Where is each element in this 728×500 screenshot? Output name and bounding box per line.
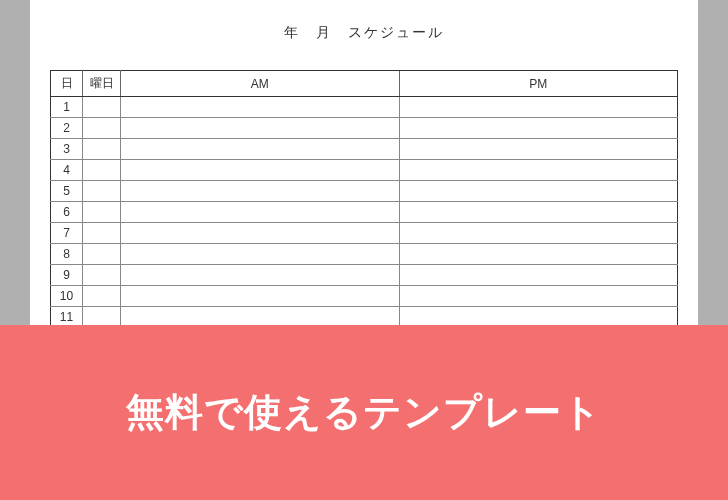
- cell-weekday: [83, 160, 121, 181]
- cell-pm: [399, 223, 678, 244]
- page-title: 年 月 スケジュール: [50, 24, 678, 42]
- header-am: AM: [121, 71, 400, 97]
- cell-pm: [399, 286, 678, 307]
- cell-weekday: [83, 265, 121, 286]
- header-weekday: 曜日: [83, 71, 121, 97]
- cell-day: 8: [51, 244, 83, 265]
- table-row: 6: [51, 202, 678, 223]
- cell-pm: [399, 118, 678, 139]
- cell-weekday: [83, 223, 121, 244]
- schedule-table: 日 曜日 AM PM 1 2 3: [50, 70, 678, 328]
- cell-am: [121, 223, 400, 244]
- cell-day: 5: [51, 181, 83, 202]
- cell-pm: [399, 202, 678, 223]
- cell-am: [121, 265, 400, 286]
- table-row: 5: [51, 181, 678, 202]
- table-row: 4: [51, 160, 678, 181]
- table-header-row: 日 曜日 AM PM: [51, 71, 678, 97]
- header-pm: PM: [399, 71, 678, 97]
- cell-weekday: [83, 286, 121, 307]
- cell-weekday: [83, 139, 121, 160]
- cell-weekday: [83, 181, 121, 202]
- table-body: 1 2 3 4: [51, 97, 678, 328]
- cell-pm: [399, 160, 678, 181]
- cell-pm: [399, 244, 678, 265]
- cell-pm: [399, 97, 678, 118]
- cell-am: [121, 139, 400, 160]
- cell-am: [121, 244, 400, 265]
- cell-pm: [399, 265, 678, 286]
- table-row: 7: [51, 223, 678, 244]
- table-row: 8: [51, 244, 678, 265]
- cell-day: 6: [51, 202, 83, 223]
- cell-day: 3: [51, 139, 83, 160]
- cell-am: [121, 286, 400, 307]
- table-row: 3: [51, 139, 678, 160]
- cell-day: 10: [51, 286, 83, 307]
- cell-day: 7: [51, 223, 83, 244]
- cell-day: 1: [51, 97, 83, 118]
- banner-text: 無料で使えるテンプレート: [126, 387, 602, 438]
- cell-am: [121, 202, 400, 223]
- table-row: 9: [51, 265, 678, 286]
- cell-am: [121, 181, 400, 202]
- cell-day: 4: [51, 160, 83, 181]
- cell-weekday: [83, 244, 121, 265]
- cell-am: [121, 118, 400, 139]
- cell-pm: [399, 181, 678, 202]
- header-day: 日: [51, 71, 83, 97]
- cell-am: [121, 97, 400, 118]
- banner: 無料で使えるテンプレート: [0, 325, 728, 500]
- cell-am: [121, 160, 400, 181]
- cell-weekday: [83, 97, 121, 118]
- cell-weekday: [83, 202, 121, 223]
- cell-day: 2: [51, 118, 83, 139]
- table-row: 2: [51, 118, 678, 139]
- table-row: 10: [51, 286, 678, 307]
- cell-pm: [399, 139, 678, 160]
- cell-weekday: [83, 118, 121, 139]
- table-row: 1: [51, 97, 678, 118]
- cell-day: 9: [51, 265, 83, 286]
